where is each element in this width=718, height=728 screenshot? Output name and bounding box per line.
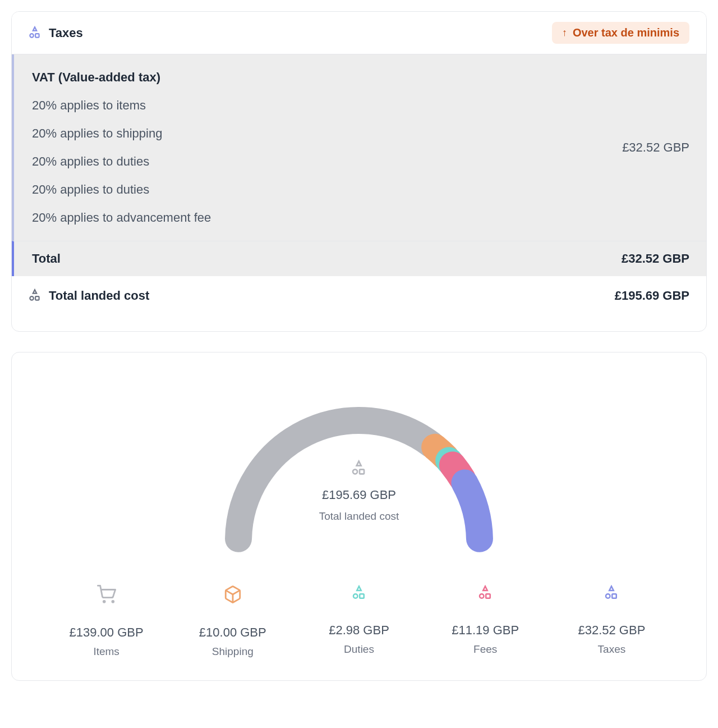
vat-line: 20% applies to duties	[32, 182, 211, 197]
svg-marker-18	[610, 587, 614, 591]
svg-rect-5	[35, 296, 39, 300]
legend-fees: £11.19 GBP Fees	[422, 585, 549, 658]
legend-value: £11.19 GBP	[452, 623, 519, 638]
taxes-card: Taxes ↑ Over tax de minimis VAT (Value-a…	[11, 11, 707, 332]
gauge-center-caption: Total landed cost	[319, 510, 399, 523]
svg-rect-8	[360, 469, 364, 474]
landed-cost-gauge: £195.69 GBP Total landed cost	[32, 373, 686, 558]
svg-point-7	[353, 469, 357, 474]
gauge-center-amount: £195.69 GBP	[322, 488, 396, 502]
landed-cost-value: £195.69 GBP	[615, 289, 689, 303]
svg-point-16	[480, 594, 484, 598]
svg-rect-2	[35, 34, 39, 38]
total-value: £32.52 GBP	[622, 251, 689, 266]
shapes-icon	[27, 26, 45, 40]
shapes-icon	[603, 585, 620, 604]
legend-shipping: £10.00 GBP Shipping	[169, 585, 296, 658]
vat-line: 20% applies to items	[32, 98, 211, 113]
shapes-icon	[351, 585, 367, 604]
taxes-title: Taxes	[49, 26, 83, 40]
svg-point-13	[353, 594, 358, 598]
svg-marker-0	[33, 27, 37, 31]
vat-line: 20% applies to duties	[32, 154, 211, 169]
legend-duties: £2.98 GBP Duties	[296, 585, 422, 658]
svg-marker-3	[33, 290, 37, 294]
legend-value: £139.00 GBP	[70, 625, 144, 640]
legend-label: Fees	[473, 643, 497, 656]
legend-value: £10.00 GBP	[199, 625, 266, 640]
over-de-minimis-badge: ↑ Over tax de minimis	[552, 22, 689, 44]
legend-taxes: £32.52 GBP Taxes	[549, 585, 675, 658]
svg-point-10	[112, 601, 114, 602]
shapes-icon	[350, 460, 368, 480]
legend-items: £139.00 GBP Items	[43, 585, 169, 658]
taxes-header: Taxes ↑ Over tax de minimis	[12, 12, 706, 54]
taxes-total-row: Total £32.52 GBP	[12, 241, 706, 276]
legend-value: £2.98 GBP	[329, 623, 389, 638]
legend-label: Items	[93, 645, 119, 658]
landed-cost-label: Total landed cost	[49, 289, 149, 303]
landed-cost-row: Total landed cost £195.69 GBP	[12, 276, 706, 315]
badge-label: Over tax de minimis	[573, 26, 679, 39]
svg-marker-6	[357, 461, 361, 466]
vat-section: VAT (Value-added tax) 20% applies to ite…	[12, 54, 706, 241]
svg-point-1	[30, 34, 34, 38]
total-label: Total	[32, 251, 61, 266]
landed-cost-chart-card: £195.69 GBP Total landed cost £139.00 GB…	[11, 352, 707, 681]
shapes-icon	[477, 585, 494, 604]
svg-point-4	[30, 296, 34, 300]
vat-amount: £32.52 GBP	[622, 140, 689, 155]
vat-line: 20% applies to advancement fee	[32, 210, 211, 225]
svg-marker-15	[483, 587, 487, 591]
vat-line: 20% applies to shipping	[32, 126, 211, 141]
gauge-segment	[464, 483, 480, 538]
svg-marker-12	[357, 587, 361, 591]
legend-label: Taxes	[598, 643, 626, 656]
vat-title: VAT (Value-added tax)	[32, 70, 211, 85]
svg-rect-14	[360, 594, 364, 598]
cart-icon	[97, 585, 116, 606]
svg-point-19	[606, 594, 610, 598]
shapes-icon	[27, 289, 45, 303]
legend-label: Shipping	[212, 645, 254, 658]
arrow-up-icon: ↑	[562, 27, 567, 39]
svg-rect-17	[486, 594, 490, 598]
legend-label: Duties	[344, 643, 374, 656]
svg-point-9	[103, 601, 105, 602]
box-icon	[223, 585, 242, 606]
legend-row: £139.00 GBP Items £10.00 GBP Shipping	[32, 585, 686, 658]
legend-value: £32.52 GBP	[578, 623, 645, 638]
svg-rect-20	[613, 594, 617, 598]
